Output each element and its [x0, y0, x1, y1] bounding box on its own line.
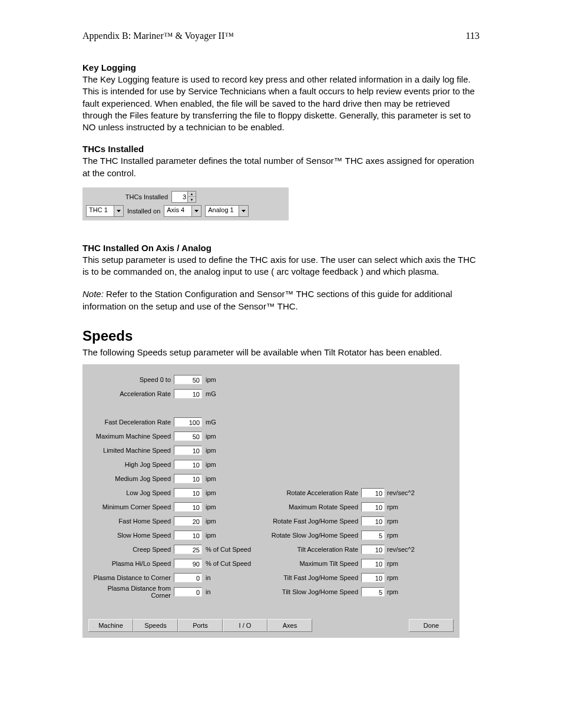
param-unit: ipm [203, 461, 216, 468]
note-label: Note: [82, 289, 104, 299]
analog-select-value: Analog 1 [206, 206, 239, 216]
param-unit: rpm [385, 560, 398, 567]
param-unit: % of Cut Speed [203, 546, 251, 553]
param-row: Medium Jog Speed10ipm [88, 472, 251, 486]
param-row: Low Jog Speed10ipm [88, 486, 251, 500]
key-logging-title: Key Logging [82, 62, 480, 73]
param-input[interactable]: 0 [174, 573, 202, 582]
param-input[interactable]: 20 [174, 516, 202, 526]
param-input[interactable]: 10 [174, 460, 202, 469]
param-row: Slow Home Speed10ipm [88, 528, 251, 542]
speeds-right-column: Rotate Acceleration Rate10rev/sec^2Maxim… [263, 486, 415, 599]
param-row: Limited Machine Speed10ipm [88, 443, 251, 457]
param-row: Maximum Tilt Speed10rpm [263, 556, 415, 571]
svg-marker-2 [242, 210, 246, 212]
param-unit: rpm [385, 588, 398, 595]
param-label: Slow Home Speed [88, 532, 174, 539]
chevron-down-icon[interactable] [114, 206, 123, 216]
param-label: Rotate Fast Jog/Home Speed [263, 518, 361, 525]
spin-down-icon[interactable]: ▼ [188, 197, 196, 202]
param-input[interactable]: 90 [174, 559, 202, 568]
axis-select-value: Axis 4 [164, 206, 191, 216]
key-logging-body: The Key Logging feature is used to recor… [82, 74, 480, 133]
param-input[interactable]: 10 [361, 516, 385, 526]
param-unit: in [203, 574, 211, 581]
param-label: Rotate Slow Jog/Home Speed [263, 532, 361, 539]
param-label: Fast Deceleration Rate [88, 419, 174, 426]
param-input[interactable]: 10 [361, 573, 385, 582]
thcs-count-input[interactable] [172, 192, 187, 202]
param-row: Rotate Slow Jog/Home Speed5rpm [263, 528, 415, 542]
row-gap [88, 401, 251, 415]
param-input[interactable]: 10 [361, 502, 385, 512]
speeds-intro: The following Speeds setup parameter wil… [82, 347, 480, 358]
analog-select[interactable]: Analog 1 [205, 205, 249, 217]
param-unit: rev/sec^2 [385, 546, 415, 553]
svg-marker-1 [194, 210, 199, 212]
param-unit: rpm [385, 532, 398, 539]
param-row: Fast Deceleration Rate100mG [88, 415, 251, 429]
done-button[interactable]: Done [409, 619, 454, 632]
param-input[interactable]: 50 [174, 431, 202, 441]
ports-button[interactable]: Ports [178, 619, 223, 632]
param-input[interactable]: 10 [361, 545, 385, 554]
speeds-panel: Speed 0 to50ipmAcceleration Rate10mGFast… [82, 364, 459, 638]
thc-select[interactable]: THC 1 [86, 205, 124, 217]
param-label: Tilt Acceleration Rate [263, 546, 361, 553]
speeds-left-column: Speed 0 to50ipmAcceleration Rate10mGFast… [88, 373, 251, 599]
param-label: Acceleration Rate [88, 390, 174, 397]
param-unit: rev/sec^2 [385, 489, 415, 496]
param-input[interactable]: 10 [174, 474, 202, 483]
thcs-count-spinner[interactable]: ▲ ▼ [171, 191, 196, 203]
param-label: Speed 0 to [88, 376, 174, 383]
param-input[interactable]: 10 [174, 446, 202, 455]
chevron-down-icon[interactable] [239, 206, 248, 216]
param-row: High Jog Speed10ipm [88, 457, 251, 472]
note-body: Refer to the Station Configuration and S… [82, 289, 452, 311]
param-input[interactable]: 5 [361, 587, 385, 597]
thcs-installed-title: THCs Installed [82, 144, 480, 154]
speeds-button[interactable]: Speeds [133, 619, 178, 632]
param-input[interactable]: 100 [174, 417, 202, 427]
axes-button[interactable]: Axes [267, 619, 312, 632]
installed-on-label: Installed on [127, 207, 160, 215]
param-label: Plasma Distance to Corner [88, 574, 174, 581]
param-input[interactable]: 25 [174, 545, 202, 554]
param-unit: mG [203, 419, 216, 426]
machine-button[interactable]: Machine [88, 619, 133, 632]
param-input[interactable]: 10 [361, 488, 385, 498]
param-unit: rpm [385, 518, 398, 525]
param-unit: ipm [203, 518, 216, 525]
chevron-down-icon[interactable] [191, 206, 201, 216]
param-input[interactable]: 10 [174, 389, 202, 398]
io-button[interactable]: I / O [223, 619, 267, 632]
param-row: Rotate Acceleration Rate10rev/sec^2 [263, 486, 415, 500]
param-input[interactable]: 10 [174, 531, 202, 540]
param-label: Plasma Distance from Corner [88, 585, 174, 599]
param-unit: rpm [385, 574, 398, 581]
param-unit: mG [203, 390, 216, 397]
param-row: Maximum Machine Speed50ipm [88, 429, 251, 443]
param-unit: ipm [203, 503, 216, 510]
param-input[interactable]: 0 [174, 587, 202, 597]
speeds-heading: Speeds [82, 328, 480, 344]
thc-axis-body: This setup parameter is used to define t… [82, 254, 480, 278]
param-input[interactable]: 50 [174, 375, 202, 384]
param-label: Maximum Machine Speed [88, 433, 174, 440]
param-row: Acceleration Rate10mG [88, 387, 251, 401]
param-input[interactable]: 5 [361, 531, 385, 540]
param-label: Fast Home Speed [88, 518, 174, 525]
spinner-arrows[interactable]: ▲ ▼ [187, 192, 196, 202]
button-spacer [312, 619, 409, 632]
thc-panel: THCs Installed ▲ ▼ THC 1 Installed on Ax… [82, 187, 289, 220]
param-label: Maximum Rotate Speed [263, 503, 361, 510]
param-input[interactable]: 10 [361, 559, 385, 568]
param-input[interactable]: 10 [174, 502, 202, 512]
param-input[interactable]: 10 [174, 488, 202, 498]
param-label: Medium Jog Speed [88, 475, 174, 482]
param-row: Plasma Distance to Corner0in [88, 571, 251, 585]
spin-up-icon[interactable]: ▲ [188, 192, 196, 197]
thcs-count-label: THCs Installed [82, 193, 171, 200]
axis-select[interactable]: Axis 4 [164, 205, 201, 217]
thc-select-value: THC 1 [87, 206, 114, 216]
